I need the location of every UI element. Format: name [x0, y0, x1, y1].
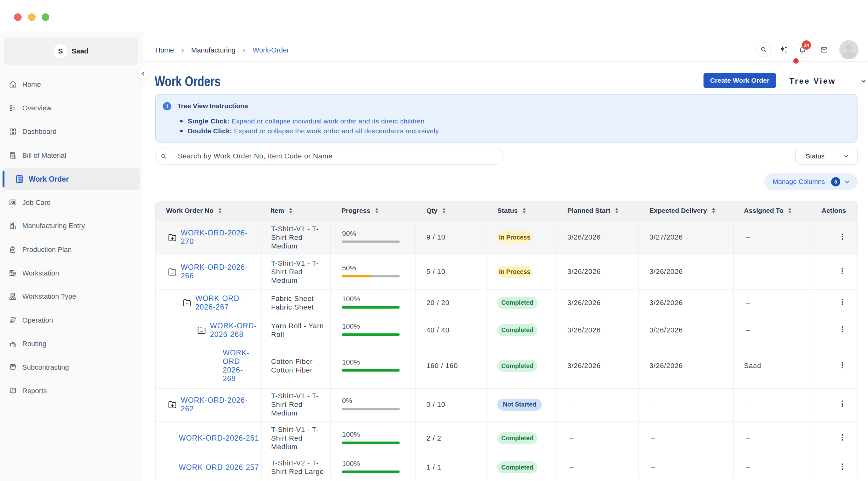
svg-text:$: $: [14, 389, 15, 392]
svg-text:$: $: [14, 156, 15, 158]
